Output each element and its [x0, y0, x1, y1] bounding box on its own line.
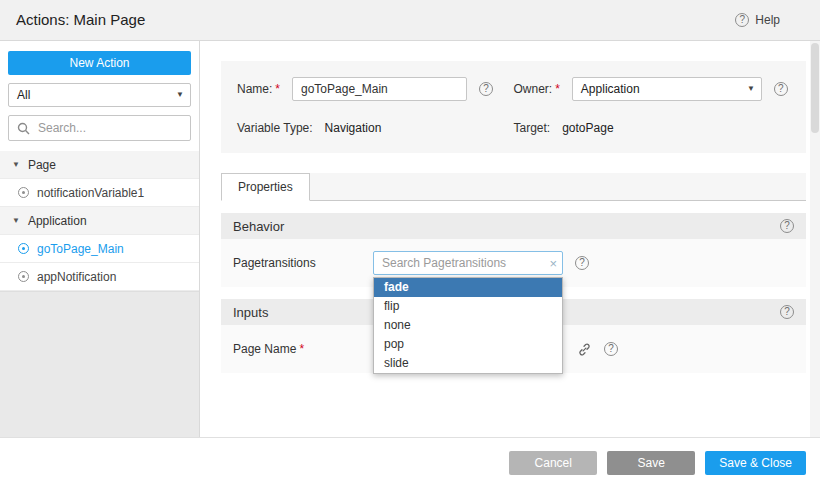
required-marker: * — [299, 342, 304, 356]
link-icon[interactable] — [577, 342, 592, 357]
inputs-title: Inputs — [233, 305, 268, 320]
option-slide[interactable]: slide — [374, 354, 562, 373]
required-marker: * — [555, 82, 560, 96]
collapse-triangle-icon: ▼ — [12, 216, 20, 225]
search-box — [8, 115, 191, 141]
help-label: Help — [755, 13, 780, 27]
option-fade[interactable]: fade — [374, 278, 562, 297]
tree-item-notificationvariable1[interactable]: notificationVariable1 — [0, 179, 199, 207]
owner-select[interactable]: Application ▼ — [572, 77, 762, 101]
help-icon[interactable]: ? — [604, 342, 618, 356]
target-label: Target: — [514, 121, 551, 135]
behavior-section-header: Behavior ? — [221, 213, 806, 239]
chevron-down-icon: ▼ — [176, 84, 184, 106]
variable-type-group: Variable Type: Navigation — [237, 121, 514, 135]
save-button[interactable]: Save — [607, 451, 695, 475]
page-name-label: Page Name* — [233, 342, 373, 356]
owner-select-value: Application — [581, 82, 640, 96]
option-pop[interactable]: pop — [374, 335, 562, 354]
target-value: gotoPage — [562, 121, 613, 135]
behavior-section-body: Pagetransitions × ? fade flip none pop s… — [221, 239, 806, 287]
help-icon: ? — [735, 13, 749, 27]
help-button[interactable]: ? Help — [735, 0, 780, 40]
name-field-group: Name:* ? — [237, 77, 514, 101]
variable-icon — [18, 271, 29, 282]
behavior-title: Behavior — [233, 219, 284, 234]
action-icon — [18, 243, 29, 254]
name-label: Name:* — [237, 82, 280, 96]
search-icon — [17, 122, 30, 135]
owner-field-group: Owner:* Application ▼ ? — [514, 77, 791, 101]
target-group: Target: gotoPage — [514, 121, 791, 135]
option-flip[interactable]: flip — [374, 297, 562, 316]
sidebar: New Action All ▼ ▼ Page notificationVari… — [0, 41, 200, 437]
help-icon[interactable]: ? — [780, 305, 794, 319]
behavior-section: Behavior ? Pagetransitions × ? fade flip… — [221, 213, 806, 287]
new-action-button[interactable]: New Action — [8, 51, 191, 75]
tree-item-label: appNotification — [37, 270, 116, 284]
tab-properties[interactable]: Properties — [221, 173, 310, 201]
sidebar-filler — [0, 291, 199, 437]
chevron-down-icon: ▼ — [747, 78, 755, 100]
filter-select-value: All — [17, 88, 30, 102]
tab-bar: Properties — [221, 173, 806, 201]
variable-type-label: Variable Type: — [237, 121, 313, 135]
pagetransitions-label: Pagetransitions — [233, 256, 373, 270]
page-title: Actions: Main Page — [16, 0, 145, 40]
action-header-form: Name:* ? Owner:* Application ▼ ? Variabl… — [221, 61, 806, 153]
scrollbar-thumb[interactable] — [811, 43, 819, 133]
variable-icon — [18, 187, 29, 198]
save-close-button[interactable]: Save & Close — [705, 451, 806, 475]
tree-item-appnotification[interactable]: appNotification — [0, 263, 199, 291]
help-icon[interactable]: ? — [575, 256, 589, 270]
option-none[interactable]: none — [374, 316, 562, 335]
help-icon[interactable]: ? — [780, 219, 794, 233]
name-input[interactable] — [292, 77, 467, 101]
header: Actions: Main Page ? Help — [0, 0, 820, 41]
search-input[interactable] — [36, 120, 182, 136]
variable-type-value: Navigation — [325, 121, 382, 135]
owner-label: Owner:* — [514, 82, 560, 96]
tree-item-gotopage-main[interactable]: goToPage_Main — [0, 235, 199, 263]
help-icon[interactable]: ? — [479, 82, 493, 96]
help-icon[interactable]: ? — [774, 82, 788, 96]
pagetransitions-input[interactable] — [373, 251, 563, 275]
clear-icon[interactable]: × — [549, 257, 557, 270]
actions-tree: ▼ Page notificationVariable1 ▼ Applicati… — [0, 151, 199, 291]
collapse-triangle-icon: ▼ — [12, 160, 20, 169]
pagetransitions-combobox: × — [373, 251, 563, 275]
tree-item-label: notificationVariable1 — [37, 186, 144, 200]
tree-group-application[interactable]: ▼ Application — [0, 207, 199, 235]
required-marker: * — [275, 82, 280, 96]
footer: Cancel Save Save & Close — [0, 437, 820, 488]
main-panel: Name:* ? Owner:* Application ▼ ? Variabl… — [201, 41, 820, 437]
scrollbar[interactable] — [810, 41, 820, 437]
cancel-button[interactable]: Cancel — [509, 451, 597, 475]
filter-select[interactable]: All ▼ — [8, 83, 191, 107]
tree-group-label: Page — [28, 158, 56, 172]
pagetransitions-dropdown: fade flip none pop slide — [373, 277, 563, 374]
tree-item-label: goToPage_Main — [37, 242, 124, 256]
sidebar-controls: New Action All ▼ — [0, 41, 199, 147]
tree-group-label: Application — [28, 214, 87, 228]
tree-group-page[interactable]: ▼ Page — [0, 151, 199, 179]
